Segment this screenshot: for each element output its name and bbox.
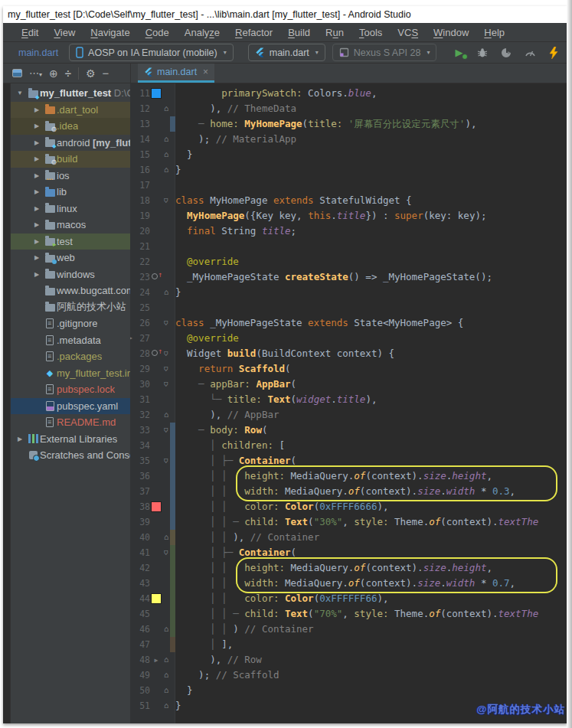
run-config-selector[interactable]: main.dart ▾ bbox=[248, 44, 325, 61]
tree-arrow-expanded[interactable]: ▼ bbox=[14, 90, 26, 96]
tree-item-my_flutter_test.iml[interactable]: ◆my_flutter_test.iml bbox=[11, 365, 130, 382]
fold-region-end-icon[interactable]: ⌂ bbox=[164, 656, 168, 664]
menu-item-view[interactable]: View bbox=[46, 27, 83, 38]
tree-arrow-collapsed[interactable]: ▶ bbox=[31, 205, 43, 212]
overrides-method-icon[interactable]: ↑ bbox=[152, 273, 161, 282]
tree-item-ios[interactable]: ▶ios bbox=[11, 168, 130, 184]
target-device-selector[interactable]: Nexus S API 28 ▾ bbox=[332, 44, 437, 61]
tree-item-build[interactable]: ▶build bbox=[11, 151, 130, 168]
fold-region-end-icon[interactable]: ⌂ bbox=[164, 151, 168, 158]
tree-arrow-collapsed[interactable]: ▶ bbox=[31, 122, 43, 129]
tree-item-macos[interactable]: ▶macos bbox=[11, 217, 130, 233]
tree-arrow-collapsed[interactable]: ▶ bbox=[31, 106, 43, 113]
settings-gear-icon[interactable]: ⚙ bbox=[86, 68, 96, 79]
debug-icon[interactable] bbox=[476, 47, 489, 59]
fold-region-end-icon[interactable]: ⌂ bbox=[164, 671, 168, 679]
menu-item-tools[interactable]: Tools bbox=[351, 27, 390, 38]
tree-item-my_flutter_test[interactable]: ▼my_flutter_test D:\Co bbox=[11, 85, 130, 102]
line-number: 31 bbox=[130, 392, 150, 407]
tree-arrow-collapsed[interactable]: ▶ bbox=[31, 221, 43, 228]
tree-arrow-collapsed[interactable]: ▶ bbox=[31, 155, 43, 162]
fold-region-open-icon[interactable]: ⌂ bbox=[164, 350, 168, 357]
tree-item-windows[interactable]: ▶windows bbox=[11, 266, 130, 283]
tree-item-.idea[interactable]: ▶.idea bbox=[11, 118, 130, 135]
locate-file-icon[interactable]: ⊕ bbox=[49, 68, 58, 79]
device-selector[interactable]: AOSP on IA Emulator (mobile) ▾ bbox=[69, 44, 234, 61]
more-options-icon[interactable]: ⋯▾ bbox=[29, 68, 42, 78]
tree-arrow-collapsed[interactable]: ▶ bbox=[31, 238, 43, 245]
vcs-change-stripe bbox=[170, 591, 175, 606]
tab-main-dart[interactable]: main.dart × bbox=[138, 64, 214, 83]
menu-item-window[interactable]: Window bbox=[426, 27, 476, 38]
profile-icon[interactable] bbox=[500, 47, 512, 59]
menu-item-edit[interactable]: Edit bbox=[14, 27, 46, 38]
fold-region-end-icon[interactable]: ⌂ bbox=[164, 135, 168, 143]
vcs-change-stripe bbox=[170, 453, 175, 468]
fold-region-end-icon[interactable]: ⌂ bbox=[164, 625, 168, 633]
tree-item-.gitignore[interactable]: .gitignore bbox=[11, 315, 130, 332]
menu-item-build[interactable]: Build bbox=[280, 27, 318, 38]
tree-item-android-[interactable]: ▶android [my_flutt bbox=[11, 135, 130, 152]
hide-panel-icon[interactable]: − bbox=[103, 67, 109, 79]
vcs-change-stripe bbox=[170, 224, 175, 239]
close-icon[interactable]: × bbox=[203, 67, 208, 77]
fold-region-end-icon[interactable]: ⌂ bbox=[164, 702, 168, 710]
fold-region-end-icon[interactable]: ⌂ bbox=[164, 411, 168, 419]
tree-arrow-collapsed[interactable]: ▶ bbox=[31, 172, 43, 179]
tree-arrow-collapsed[interactable]: ▶ bbox=[14, 436, 26, 442]
fold-region-end-icon[interactable]: ⌂ bbox=[164, 166, 168, 174]
tree-arrow-collapsed[interactable]: ▶ bbox=[31, 188, 43, 195]
fold-region-open-icon[interactable]: ⌂ bbox=[164, 457, 168, 465]
tree-arrow-collapsed[interactable]: ▶ bbox=[31, 139, 43, 146]
vcs-change-stripe bbox=[170, 545, 175, 560]
fold-region-end-icon[interactable]: ⌂ bbox=[164, 289, 168, 296]
tree-item-readme.md[interactable]: README.md bbox=[11, 414, 130, 431]
tree-item-external-libraries[interactable]: ▶External Libraries bbox=[11, 431, 130, 448]
main-area: ▼my_flutter_test D:\Co▶.dart_tool▶.idea▶… bbox=[3, 83, 567, 723]
tree-item-pubspec.yaml[interactable]: pubspec.yaml bbox=[11, 398, 130, 415]
color-preview-chip[interactable] bbox=[152, 502, 161, 511]
tree-item-.metadata[interactable]: .metadata bbox=[11, 332, 130, 349]
tree-item-pubspec.lock[interactable]: pubspec.lock bbox=[11, 381, 130, 398]
tree-item-test[interactable]: ▶test bbox=[11, 233, 130, 250]
menu-item-code[interactable]: Code bbox=[138, 27, 177, 38]
tree-item-.packages[interactable]: .packages bbox=[11, 348, 130, 365]
fold-region-open-icon[interactable]: ⌂ bbox=[164, 549, 168, 557]
fold-region-open-icon[interactable]: ⌂ bbox=[164, 365, 168, 373]
fold-region-open-icon[interactable]: ⌂ bbox=[164, 197, 168, 204]
menu-item-run[interactable]: Run bbox=[318, 27, 351, 38]
fold-region-open-icon[interactable]: ⌂ bbox=[164, 426, 168, 434]
tree-item-www.bugcatt.com[interactable]: www.bugcatt.com bbox=[11, 282, 130, 299]
menu-item-help[interactable]: Help bbox=[476, 27, 512, 38]
color-preview-chip[interactable] bbox=[152, 89, 161, 98]
breadcrumb[interactable]: main.dart bbox=[18, 47, 58, 58]
code-editor: 10 theme: ThemeData(11 primarySwatch: Co… bbox=[130, 83, 567, 723]
tree-item-.dart_tool[interactable]: ▶.dart_tool bbox=[11, 102, 130, 119]
attach-profiler-icon[interactable] bbox=[524, 47, 536, 59]
project-view-icon[interactable] bbox=[12, 69, 22, 77]
tree-arrow-collapsed[interactable]: ▶ bbox=[31, 271, 43, 278]
tree-item-scratches-and-consol[interactable]: Scratches and Consol bbox=[11, 447, 130, 464]
flutter-hot-reload-icon[interactable] bbox=[547, 47, 560, 59]
tree-arrow-collapsed[interactable]: ▶ bbox=[31, 254, 43, 261]
run-icon[interactable]: ▶ bbox=[453, 47, 465, 59]
fold-region-end-icon[interactable]: ⌂ bbox=[164, 534, 168, 541]
fold-region-open-icon[interactable]: ⌂ bbox=[164, 380, 168, 388]
code-text: ), // ThemeData bbox=[175, 101, 296, 116]
menu-item-navigate[interactable]: Navigate bbox=[83, 27, 137, 38]
color-preview-chip[interactable] bbox=[152, 594, 161, 603]
menu-item-analyze[interactable]: Analyze bbox=[177, 27, 227, 38]
menu-item-vcs[interactable]: VCS bbox=[390, 27, 426, 38]
tree-item--[interactable]: 阿航的技术小站 bbox=[11, 299, 130, 316]
collapse-all-icon[interactable]: ÷ bbox=[65, 67, 71, 79]
fold-region-open-icon[interactable]: ⌂ bbox=[164, 319, 168, 327]
tree-item-lib[interactable]: ▶lib bbox=[11, 184, 130, 201]
fold-region-end-icon[interactable]: ⌂ bbox=[164, 687, 168, 694]
tree-item-label: README.md bbox=[57, 416, 116, 428]
tree-item-web[interactable]: ▶web bbox=[11, 250, 130, 266]
fold-region-end-icon[interactable]: ⌂ bbox=[164, 105, 168, 113]
code-text: │ │ ) // Container bbox=[175, 622, 314, 637]
menu-item-refactor[interactable]: Refactor bbox=[227, 27, 280, 38]
tree-item-linux[interactable]: ▶linux bbox=[11, 201, 130, 217]
overrides-method-icon[interactable]: ↑ bbox=[152, 349, 161, 358]
